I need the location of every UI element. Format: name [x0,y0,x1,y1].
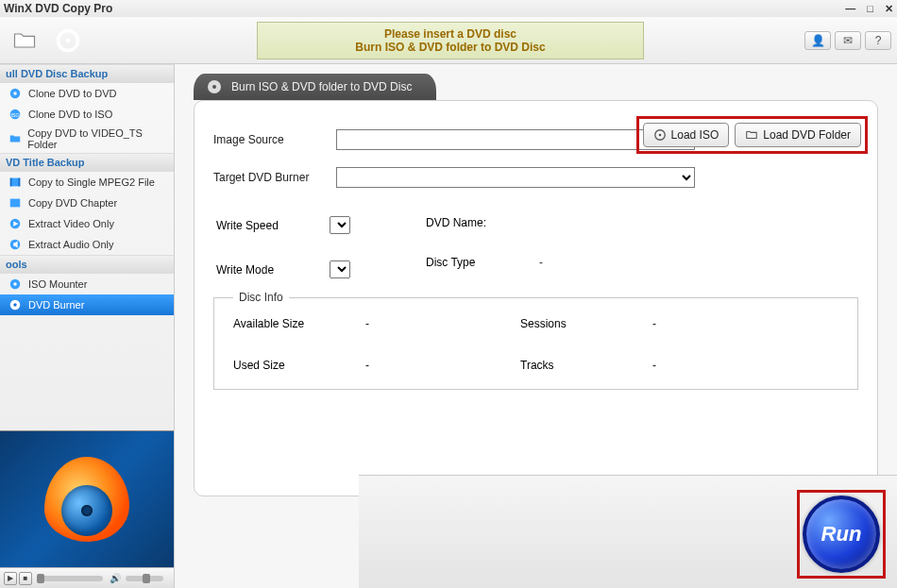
chapter-icon [8,195,23,210]
player-controls: ▶ ■ 🔊 [0,567,174,588]
sessions-value: - [652,317,656,330]
mount-icon [8,277,23,292]
sidebar-item-copy-chapter[interactable]: Copy DVD Chapter [0,193,174,213]
burn-disc-icon [205,77,224,96]
sidebar: ull DVD Disc Backup Clone DVD to DVD ISO… [0,64,175,588]
svg-rect-9 [10,199,21,208]
svg-rect-7 [10,178,12,187]
disc-type-value: - [539,256,543,269]
video-icon [8,216,23,231]
minimize-button[interactable]: — [845,3,855,15]
image-source-label: Image Source [213,133,336,146]
svg-point-18 [212,85,216,89]
write-speed-select[interactable] [330,216,350,234]
run-button[interactable]: Run [803,496,880,573]
maximize-button[interactable]: □ [867,3,873,15]
write-mode-select[interactable] [330,260,350,278]
banner-line2: Burn ISO & DVD folder to DVD Disc [258,41,643,54]
svg-text:ISO: ISO [10,112,19,118]
sidebar-item-label: Copy DVD Chapter [28,197,117,209]
write-speed-label: Write Speed [216,219,311,232]
group-header-tools: ools [0,255,174,274]
svg-point-20 [658,134,661,137]
button-label: Load DVD Folder [763,128,851,142]
help-icon: ? [875,34,882,47]
disc-info-legend: Disc Info [233,291,289,304]
group-header-title-backup: VD Title Backup [0,153,174,172]
seek-slider[interactable] [37,576,103,581]
sidebar-item-extract-audio[interactable]: Extract Audio Only [0,234,174,255]
svg-point-14 [13,282,17,286]
sidebar-item-label: Copy to Single MPEG2 File [28,176,155,188]
tab-burn[interactable]: Burn ISO & DVD folder to DVD Disc [194,74,436,100]
target-burner-select[interactable] [336,167,695,188]
write-mode-label: Write Mode [216,263,311,277]
tracks-label: Tracks [520,359,605,372]
target-burner-label: Target DVD Burner [213,171,336,184]
sidebar-item-label: Extract Audio Only [28,239,114,250]
sidebar-item-dvd-burner[interactable]: DVD Burner [0,294,174,315]
available-size-label: Available Size [233,317,318,330]
volume-slider[interactable] [126,576,163,581]
sidebar-item-extract-video[interactable]: Extract Video Only [0,213,174,234]
load-buttons-highlight: Load ISO Load DVD Folder [636,116,868,154]
main-panel: Burn ISO & DVD folder to DVD Disc Load I… [175,64,897,588]
mail-button[interactable]: ✉ [835,31,861,50]
used-size-label: Used Size [233,359,318,372]
top-toolbar: Please insert a DVD disc Burn ISO & DVD … [0,17,897,64]
burn-icon [8,297,23,312]
disc-icon [8,86,23,101]
sidebar-item-label: Clone DVD to ISO [28,109,112,120]
iso-icon [653,128,667,142]
run-button-highlight: Run [797,490,886,579]
dvd-name-label: DVD Name: [426,216,520,229]
disc-button[interactable] [49,22,87,59]
disc-icon [55,27,81,54]
group-header-backup: ull DVD Disc Backup [0,64,174,83]
iso-icon: ISO [8,107,23,122]
sidebar-item-clone-dvd-to-iso[interactable]: ISOClone DVD to ISO [0,104,174,125]
sidebar-item-label: ISO Mounter [28,278,87,290]
disc-type-label: Disc Type [426,256,520,269]
sidebar-item-label: DVD Burner [28,299,84,311]
open-folder-button[interactable] [6,22,43,59]
sidebar-item-clone-dvd-to-dvd[interactable]: Clone DVD to DVD [0,83,174,104]
tab-label: Burn ISO & DVD folder to DVD Disc [231,80,412,93]
banner-line1: Please insert a DVD disc [258,27,643,41]
sidebar-item-iso-mounter[interactable]: ISO Mounter [0,274,174,294]
film-icon [8,175,23,190]
sidebar-item-label: Copy DVD to VIDEO_TS Folder [27,127,168,150]
app-logo-icon [44,457,129,542]
svg-point-3 [13,92,17,95]
run-button-label: Run [821,522,862,546]
sidebar-item-single-mpeg2[interactable]: Copy to Single MPEG2 File [0,172,174,193]
audio-icon [8,237,23,252]
disc-info-fieldset: Disc Info Available Size- Used Size- Ses… [213,297,858,390]
mail-icon: ✉ [843,34,853,47]
user-icon: 👤 [811,34,825,47]
footer-bar: Run [359,475,897,588]
load-dvd-folder-button[interactable]: Load DVD Folder [735,123,861,147]
stop-button[interactable]: ■ [19,572,32,585]
svg-rect-8 [19,178,21,187]
titlebar: WinX DVD Copy Pro — □ ✕ [0,0,897,17]
button-label: Load ISO [671,128,719,142]
help-button[interactable]: ? [865,31,891,50]
play-button[interactable]: ▶ [4,572,17,585]
folder-icon [745,128,758,142]
sidebar-item-label: Extract Video Only [28,218,114,229]
sidebar-item-copy-to-video-ts[interactable]: Copy DVD to VIDEO_TS Folder [0,125,174,153]
preview-panel [0,430,174,567]
svg-point-16 [13,303,17,307]
used-size-value: - [365,359,369,372]
speaker-icon: 🔊 [110,573,121,583]
user-button[interactable]: 👤 [804,31,831,50]
folder-icon [11,27,38,54]
load-iso-button[interactable]: Load ISO [643,123,730,147]
window-title: WinX DVD Copy Pro [4,2,112,15]
tracks-value: - [652,359,656,372]
available-size-value: - [365,317,369,330]
banner: Please insert a DVD disc Burn ISO & DVD … [257,22,644,59]
folder-icon [8,131,22,146]
close-button[interactable]: ✕ [885,3,893,15]
